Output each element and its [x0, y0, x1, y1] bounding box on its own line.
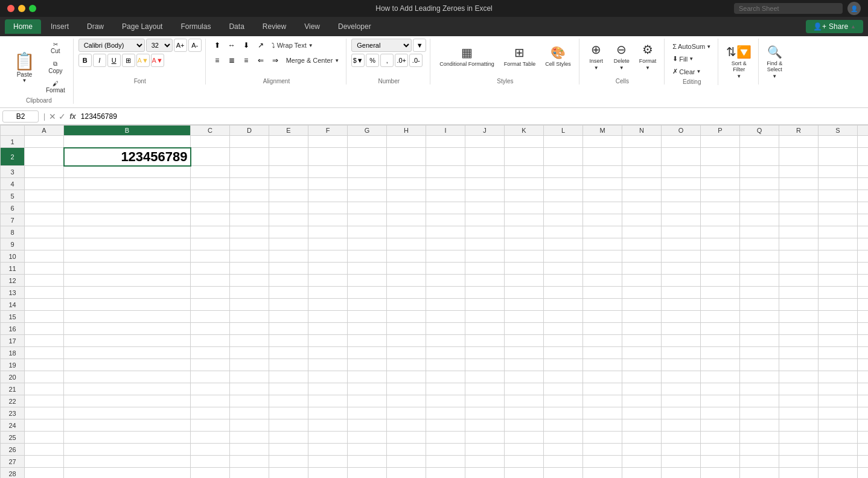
cell-Q12[interactable]	[740, 275, 779, 287]
cell-C19[interactable]	[191, 359, 230, 371]
cell-F28[interactable]	[308, 468, 348, 479]
indent-increase-button[interactable]: ⇒	[269, 54, 282, 67]
cell-R10[interactable]	[779, 250, 819, 263]
cell-P26[interactable]	[701, 444, 740, 456]
row-header-2[interactable]: 2	[1, 148, 25, 166]
cell-T27[interactable]	[858, 456, 869, 468]
cell-I15[interactable]	[426, 311, 465, 323]
cell-S11[interactable]	[819, 263, 858, 275]
cell-S1[interactable]	[819, 136, 858, 148]
cell-O4[interactable]	[662, 178, 701, 190]
cell-O18[interactable]	[662, 347, 701, 359]
cell-L20[interactable]	[544, 371, 583, 383]
cell-A12[interactable]	[25, 275, 64, 287]
cell-L7[interactable]	[544, 214, 583, 226]
cell-J12[interactable]	[465, 275, 505, 287]
cell-N22[interactable]	[622, 395, 662, 407]
cell-I22[interactable]	[426, 395, 465, 407]
cell-N6[interactable]	[622, 202, 662, 214]
cell-H21[interactable]	[387, 383, 426, 395]
cell-O3[interactable]	[662, 166, 701, 178]
cell-I9[interactable]	[426, 238, 465, 250]
col-header-L[interactable]: L	[544, 126, 583, 136]
col-header-T[interactable]: T	[858, 126, 869, 136]
cell-F5[interactable]	[308, 190, 348, 202]
cell-B11[interactable]	[64, 263, 191, 275]
cell-I25[interactable]	[426, 432, 465, 444]
cell-E8[interactable]	[269, 226, 308, 238]
row-header-13[interactable]: 13	[1, 287, 25, 299]
cell-K23[interactable]	[505, 407, 544, 419]
cell-C18[interactable]	[191, 347, 230, 359]
align-right-button[interactable]: ≡	[240, 54, 253, 67]
cell-G2[interactable]	[348, 148, 387, 166]
cell-A3[interactable]	[25, 166, 64, 178]
cell-L17[interactable]	[544, 335, 583, 347]
col-header-J[interactable]: J	[465, 126, 505, 136]
cell-Q6[interactable]	[740, 202, 779, 214]
cell-P9[interactable]	[701, 238, 740, 250]
cell-Q19[interactable]	[740, 359, 779, 371]
cell-J9[interactable]	[465, 238, 505, 250]
cell-L14[interactable]	[544, 299, 583, 311]
cell-A14[interactable]	[25, 299, 64, 311]
merge-center-button[interactable]: Merge & Center ▼	[283, 55, 343, 66]
cell-M28[interactable]	[583, 468, 622, 479]
cell-L24[interactable]	[544, 419, 583, 432]
col-header-H[interactable]: H	[387, 126, 426, 136]
cell-M25[interactable]	[583, 432, 622, 444]
row-header-14[interactable]: 14	[1, 299, 25, 311]
cell-Q14[interactable]	[740, 299, 779, 311]
cell-B14[interactable]	[64, 299, 191, 311]
row-header-20[interactable]: 20	[1, 371, 25, 383]
cell-T14[interactable]	[858, 299, 869, 311]
cell-B9[interactable]	[64, 238, 191, 250]
cell-G1[interactable]	[348, 136, 387, 148]
cell-T17[interactable]	[858, 335, 869, 347]
cell-Q24[interactable]	[740, 419, 779, 432]
cell-A25[interactable]	[25, 432, 64, 444]
cell-P14[interactable]	[701, 299, 740, 311]
cell-H26[interactable]	[387, 444, 426, 456]
cell-J26[interactable]	[465, 444, 505, 456]
cell-T22[interactable]	[858, 395, 869, 407]
font-family-select[interactable]: Calibri (Body)	[78, 39, 145, 52]
cell-D7[interactable]	[230, 214, 269, 226]
cell-B12[interactable]	[64, 275, 191, 287]
cell-E25[interactable]	[269, 432, 308, 444]
cell-C15[interactable]	[191, 311, 230, 323]
cell-J6[interactable]	[465, 202, 505, 214]
cell-L27[interactable]	[544, 456, 583, 468]
cell-N28[interactable]	[622, 468, 662, 479]
cell-R22[interactable]	[779, 395, 819, 407]
cell-T20[interactable]	[858, 371, 869, 383]
cell-H22[interactable]	[387, 395, 426, 407]
cell-R27[interactable]	[779, 456, 819, 468]
cell-O13[interactable]	[662, 287, 701, 299]
cell-T5[interactable]	[858, 190, 869, 202]
cell-R26[interactable]	[779, 444, 819, 456]
cell-B4[interactable]	[64, 178, 191, 190]
col-header-I[interactable]: I	[426, 126, 465, 136]
cell-O23[interactable]	[662, 407, 701, 419]
cell-A1[interactable]	[25, 136, 64, 148]
cell-styles-button[interactable]: 🎨 Cell Styles	[541, 39, 575, 74]
cell-N13[interactable]	[622, 287, 662, 299]
cell-D19[interactable]	[230, 359, 269, 371]
cell-N19[interactable]	[622, 359, 662, 371]
cell-I24[interactable]	[426, 419, 465, 432]
cell-T28[interactable]	[858, 468, 869, 479]
cell-J21[interactable]	[465, 383, 505, 395]
cell-L2[interactable]	[544, 148, 583, 166]
cell-G19[interactable]	[348, 359, 387, 371]
cell-M20[interactable]	[583, 371, 622, 383]
cell-C26[interactable]	[191, 444, 230, 456]
cell-O19[interactable]	[662, 359, 701, 371]
cell-O1[interactable]	[662, 136, 701, 148]
cell-D5[interactable]	[230, 190, 269, 202]
cell-Q18[interactable]	[740, 347, 779, 359]
cell-L9[interactable]	[544, 238, 583, 250]
cell-H16[interactable]	[387, 323, 426, 335]
cell-M15[interactable]	[583, 311, 622, 323]
cell-M8[interactable]	[583, 226, 622, 238]
